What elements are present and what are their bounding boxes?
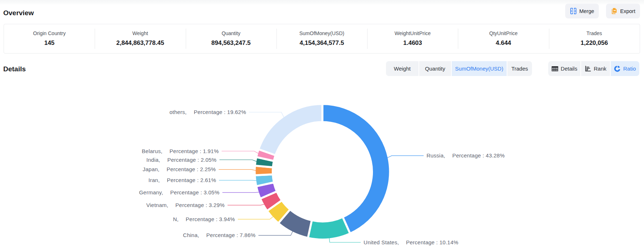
svg-text:China, Percentage : 7.86%: China, Percentage : 7.86% xyxy=(183,232,256,238)
svg-text:Russia, Percentage : 43.28%: Russia, Percentage : 43.28% xyxy=(426,152,505,159)
svg-text:Belarus, Percentage : 1.91%: Belarus, Percentage : 1.91% xyxy=(142,148,219,154)
svg-text:Japan, Percentage : 2.25%: Japan, Percentage : 2.25% xyxy=(143,166,216,172)
svg-text:Vietnam, Percentage : 3.29%: Vietnam, Percentage : 3.29% xyxy=(146,202,225,208)
svg-text:Iran, Percentage : 2.61%: Iran, Percentage : 2.61% xyxy=(149,177,216,183)
svg-text:India, Percentage : 2.05%: India, Percentage : 2.05% xyxy=(146,157,216,163)
svg-text:N, Percentage : 3.94%: N, Percentage : 3.94% xyxy=(173,216,235,222)
svg-text:Germany, Percentage : 3.05%: Germany, Percentage : 3.05% xyxy=(139,189,220,195)
svg-text:United States, Percentage : 1: United States, Percentage : 10.14% xyxy=(364,239,458,245)
svg-text:others, Percentage : 19.62%: others, Percentage : 19.62% xyxy=(169,109,246,115)
